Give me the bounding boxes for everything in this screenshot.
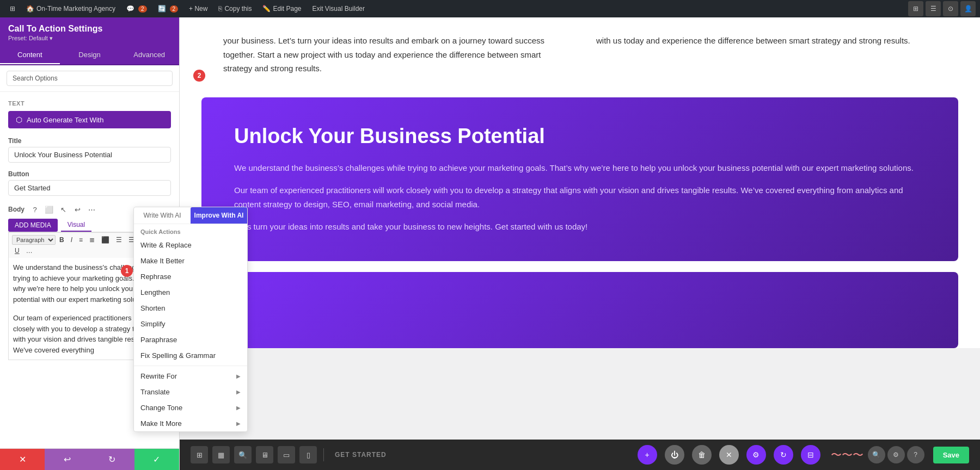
menu-simplify[interactable]: Simplify [134,316,247,332]
copy-icon: ⎘ [218,5,222,13]
more-format-btn[interactable]: … [23,246,35,256]
page-content: your business. Let’s turn your ideas int… [180,17,980,348]
rewrite-arrow: ▶ [236,373,241,379]
agency-icon: 🏠 [26,5,34,13]
columns-action-button[interactable]: ⊟ [801,445,820,465]
cta-p3: Let’s turn your ideas into results and t… [234,220,926,234]
comments-link[interactable]: 💬 2 [121,0,152,17]
write-with-ai-tab[interactable]: Write With AI [134,207,191,224]
bottom-right-icons: 🔍 ⚙ ? [868,446,924,463]
redo-button[interactable]: ↻ [90,449,134,470]
body-help-icon[interactable]: ? [29,203,41,215]
add-action-button[interactable]: + [638,445,657,465]
improve-with-ai-tab[interactable]: Improve With AI [191,207,247,224]
menu-translate[interactable]: Translate ▶ [134,384,247,400]
updates-link[interactable]: 🔄 2 [152,0,184,17]
copy-this-button[interactable]: ⎘ Copy this [213,3,257,15]
add-media-button[interactable]: ADD MEDIA [8,219,58,232]
search-input[interactable] [7,71,173,86]
settings-action-button[interactable]: ⚙ [746,445,766,465]
bottom-layout-icon[interactable]: ▦ [212,446,230,463]
cancel-button[interactable]: ✕ [0,449,45,470]
menu-shorten[interactable]: Shorten [134,300,247,316]
bottom-bar: ⊞ ▦ 🔍 🖥 ▭ ▯ GET STARTED + ⏻ 🗑 ✕ ⚙ ↻ ⊟ 〜〜… [180,440,980,470]
italic-button[interactable]: I [68,235,75,245]
settings-right-icon[interactable]: ⚙ [887,446,905,463]
auto-generate-button[interactable]: ⬡ Auto Generate Text With [8,111,171,128]
body-more-icon[interactable]: ⋯ [85,203,97,215]
cta-title: Unlock Your Business Potential [234,125,926,148]
menu-make-better[interactable]: Make It Better [134,253,247,269]
bottom-grid-icon[interactable]: ⊞ [191,446,208,463]
save-button[interactable]: Save [933,447,969,463]
comments-badge: 2 [138,5,147,13]
ai-dropdown-menu: Write With AI Improve With AI Quick Acti… [133,207,248,432]
ol-button[interactable]: ≣ [87,235,97,245]
agency-name[interactable]: 🏠 On-Time Marketing Agency [21,0,121,17]
body-select-icon[interactable]: ↖ [57,203,69,215]
admin-icon-1[interactable]: ⊞ [908,1,923,16]
button-label: Button [8,170,171,178]
help-right-icon[interactable]: ? [907,446,924,463]
admin-icon-2[interactable]: ☰ [926,1,941,16]
ai-dropdown-tabs: Write With AI Improve With AI [134,207,247,224]
sidebar-bottom-bar: ✕ ↩ ↻ ✓ [0,448,179,470]
content-col-2: with us today and experience the differe… [596,34,936,76]
ul-button[interactable]: ≡ [76,235,85,245]
edit-page-link[interactable]: ✏️ Edit Page [257,0,307,17]
underline-btn[interactable]: U [12,246,22,256]
body-undo-icon[interactable]: ↩ [71,203,83,215]
menu-change-tone[interactable]: Change Tone ▶ [134,400,247,416]
sidebar-header: Call To Action Settings Preset: Default [0,17,179,46]
editor-tab-visual[interactable]: Visual [61,219,91,232]
close-action-button[interactable]: ✕ [719,445,739,465]
menu-make-more[interactable]: Make It More ▶ [134,416,247,431]
updates-badge: 2 [170,5,179,13]
updates-icon: 🔄 [158,5,166,13]
cta-section: Unlock Your Business Potential We unders… [201,97,958,261]
edit-icon: ✏️ [262,5,271,13]
new-link[interactable]: + New [183,0,213,17]
align-center[interactable]: ☰ [113,235,125,245]
admin-icon-4[interactable]: 👤 [960,1,976,16]
wordpress-logo[interactable]: ⊞ [4,0,21,17]
bottom-tablet-icon[interactable]: ▭ [278,446,295,463]
tab-design[interactable]: Design [60,46,120,64]
menu-divider [134,366,247,366]
tab-content[interactable]: Content [0,46,60,64]
align-left[interactable]: ⬛ [99,235,112,245]
confirm-button[interactable]: ✓ [134,449,179,470]
menu-fix-spelling[interactable]: Fix Spelling & Grammar [134,348,247,363]
power-action-button[interactable]: ⏻ [665,445,684,465]
menu-rewrite-for[interactable]: Rewrite For ▶ [134,368,247,384]
bottom-monitor-icon[interactable]: 🖥 [256,446,273,463]
col1-text: your business. Let’s turn your ideas int… [223,34,564,76]
sidebar-title: Call To Action Settings [8,24,171,34]
menu-write-replace[interactable]: Write & Replace [134,237,247,253]
search-right-icon[interactable]: 🔍 [868,446,885,463]
bold-button[interactable]: B [57,235,67,245]
title-input[interactable] [8,147,171,163]
make-more-arrow: ▶ [236,420,241,426]
badge-1: 1 [121,265,133,277]
undo-button[interactable]: ↩ [45,449,89,470]
admin-bar-right: ⊞ ☰ ⊙ 👤 [908,1,976,16]
menu-rephrase[interactable]: Rephrase [134,269,247,285]
tab-advanced[interactable]: Advanced [119,46,179,64]
rotate-action-button[interactable]: ↻ [774,445,793,465]
comments-icon: 💬 [126,5,134,13]
exit-builder-link[interactable]: Exit Visual Builder [307,0,371,17]
content-columns-row: your business. Let’s turn your ideas int… [180,17,980,86]
menu-lengthen[interactable]: Lengthen [134,285,247,300]
content-area: your business. Let’s turn your ideas int… [180,17,980,470]
sidebar-preset[interactable]: Preset: Default [8,35,171,42]
body-copy-icon[interactable]: ⬜ [43,203,55,215]
admin-icon-3[interactable]: ⊙ [943,1,958,16]
bottom-search-icon[interactable]: 🔍 [234,446,252,463]
menu-paraphrase[interactable]: Paraphrase [134,332,247,348]
button-input[interactable] [8,180,171,196]
trash-action-button[interactable]: 🗑 [692,445,712,465]
bottom-mobile-icon[interactable]: ▯ [299,446,317,463]
paragraph-select[interactable]: Paragraph [12,235,56,245]
sidebar-search-container [0,65,179,92]
